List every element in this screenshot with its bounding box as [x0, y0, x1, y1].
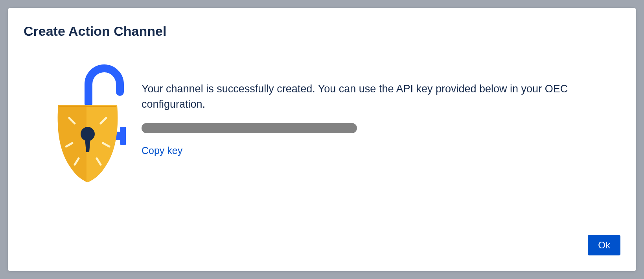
dialog-title: Create Action Channel [24, 24, 620, 39]
lock-icon [47, 62, 126, 188]
svg-rect-1 [120, 127, 126, 145]
api-key-redacted [142, 123, 357, 133]
text-block: Your channel is successfully created. Yo… [142, 62, 620, 156]
create-action-channel-dialog: Create Action Channel [8, 8, 636, 271]
ok-button[interactable]: Ok [588, 235, 620, 255]
dialog-content: Your channel is successfully created. Yo… [24, 62, 620, 188]
copy-key-link[interactable]: Copy key [142, 145, 182, 156]
success-message: Your channel is successfully created. Yo… [142, 81, 620, 112]
